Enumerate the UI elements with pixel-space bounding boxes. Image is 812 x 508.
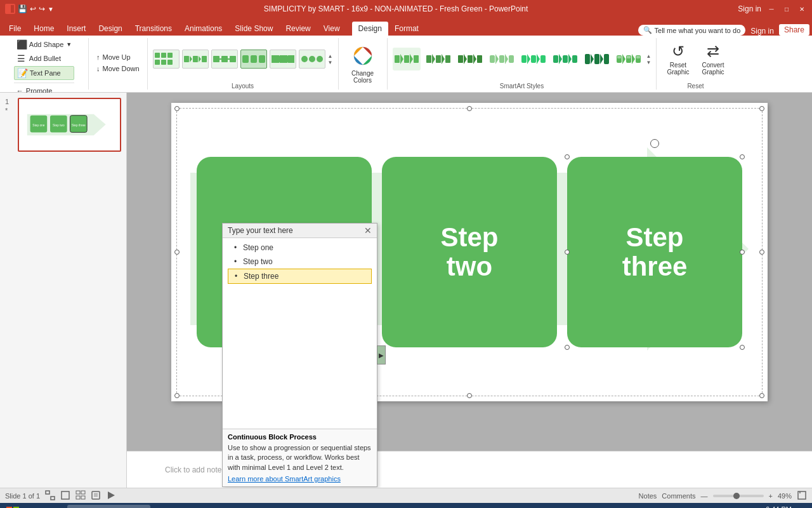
info-link[interactable]: Learn more about SmartArt graphics <box>228 475 372 483</box>
step3-handle-br[interactable] <box>740 345 745 350</box>
layout-5[interactable] <box>270 50 296 69</box>
tab-home[interactable]: Home <box>27 22 60 36</box>
svg-text:Step one: Step one <box>32 124 44 127</box>
change-colors-btn[interactable]: Change Colors <box>344 42 382 86</box>
reading-view-btn[interactable] <box>91 490 101 502</box>
step3-handle-tr[interactable] <box>740 154 745 159</box>
presentation-btn[interactable] <box>106 490 116 502</box>
handle-tm[interactable] <box>467 106 472 111</box>
plus-zoom[interactable]: + <box>769 492 773 500</box>
svg-rect-58 <box>585 54 590 64</box>
slide-thumbnail[interactable]: Step one Step two Step three <box>18 98 121 152</box>
zoom-handle[interactable] <box>733 493 740 499</box>
step3-handle-bl[interactable] <box>565 345 570 350</box>
text-item-1[interactable]: Step one <box>228 241 372 255</box>
styles-grid: ▲ ▼ <box>393 48 652 70</box>
notification-area[interactable] <box>798 504 809 508</box>
handle-bm[interactable] <box>467 393 472 398</box>
tab-design[interactable]: Design <box>92 22 128 36</box>
step3-handle-tl[interactable] <box>565 154 570 159</box>
start-btn[interactable] <box>3 504 23 508</box>
tab-insert[interactable]: Insert <box>60 22 92 36</box>
share-btn[interactable]: Share <box>779 24 809 36</box>
smartart-styles-label: SmartArt Styles <box>500 80 544 90</box>
taskbar-powerpoint[interactable]: P SIMPLICITY by S... <box>67 505 150 508</box>
reset-graphic-btn[interactable]: ↺ ResetGraphic <box>662 40 694 78</box>
style-4[interactable] <box>488 48 516 70</box>
svg-marker-39 <box>464 54 467 64</box>
handle-ml[interactable] <box>174 250 180 255</box>
svg-point-26 <box>317 56 323 62</box>
fit-window-btn[interactable] <box>797 490 807 502</box>
svg-marker-29 <box>400 54 403 64</box>
step3-handle-mr[interactable] <box>740 250 745 255</box>
view-normal-btn[interactable] <box>60 490 70 502</box>
tab-view[interactable]: View <box>317 22 346 36</box>
text-item-3[interactable]: Step three <box>228 269 372 284</box>
save-icon[interactable]: 💾 <box>18 4 27 13</box>
style-2[interactable] <box>424 48 452 70</box>
tab-smartart-format[interactable]: Format <box>388 22 425 36</box>
close-btn[interactable]: ✕ <box>797 4 807 14</box>
text-pane-collapse-btn[interactable]: ▶ <box>377 345 386 364</box>
layout-4[interactable] <box>240 50 267 69</box>
text-item-2[interactable]: Step two <box>228 255 372 269</box>
style-6[interactable] <box>551 48 579 70</box>
text-pane-close-btn[interactable]: ✕ <box>364 226 372 235</box>
notes-btn[interactable]: Notes <box>639 492 657 500</box>
add-shape-btn[interactable]: ⬛ Add Shape ▼ <box>14 38 74 51</box>
tab-animations[interactable]: Animations <box>178 22 228 36</box>
tab-file[interactable]: File <box>3 22 27 36</box>
rotate-handle[interactable] <box>650 139 659 148</box>
layout-2[interactable] <box>182 50 209 69</box>
fit-slide-btn[interactable] <box>45 490 55 502</box>
undo-icon[interactable]: ↩ <box>30 4 36 13</box>
tab-transitions[interactable]: Transitions <box>129 22 178 36</box>
taskbar-chrome[interactable] <box>24 505 44 508</box>
layout-3[interactable] <box>211 50 238 69</box>
redo-icon[interactable]: ↪ <box>39 4 45 13</box>
layout-6[interactable] <box>299 50 325 69</box>
handle-tl[interactable] <box>174 106 180 111</box>
tell-me-input[interactable]: 🔍 Tell me what you want to do <box>638 25 746 36</box>
sign-in-btn-ribbon[interactable]: Sign in <box>750 27 774 36</box>
style-8[interactable] <box>615 48 643 70</box>
tab-smartart-design[interactable]: Design <box>352 22 388 36</box>
handle-br[interactable] <box>759 393 764 398</box>
style-1[interactable] <box>393 48 421 70</box>
minus-zoom[interactable]: — <box>701 492 708 500</box>
style-3[interactable] <box>456 48 484 70</box>
taskbar-excel[interactable]: X <box>46 505 66 508</box>
styles-scroll[interactable]: ▲ ▼ <box>646 53 652 65</box>
move-down-icon: ↓ <box>96 65 100 72</box>
move-up-btn[interactable]: ↑ Move Up <box>94 52 142 62</box>
step-three-box[interactable]: Stepthree <box>567 157 742 347</box>
comments-btn[interactable]: Comments <box>662 492 695 500</box>
maximize-btn[interactable]: □ <box>782 4 792 14</box>
quick-access-icon[interactable]: ▼ <box>48 6 54 13</box>
layout-1[interactable] <box>153 50 180 69</box>
convert-graphic-btn[interactable]: ⇄ ConvertGraphic <box>697 40 729 78</box>
tab-review[interactable]: Review <box>279 22 317 36</box>
tab-slide-show[interactable]: Slide Show <box>228 22 279 36</box>
minimize-btn[interactable]: ─ <box>766 4 776 14</box>
svg-rect-48 <box>521 55 527 63</box>
handle-bl[interactable] <box>174 393 180 398</box>
svg-rect-33 <box>426 55 431 63</box>
add-bullet-btn[interactable]: ☰ Add Bullet <box>14 52 74 65</box>
zoom-slider[interactable] <box>713 495 764 497</box>
handle-tr[interactable] <box>759 106 764 111</box>
svg-text:Step two: Step two <box>53 124 65 127</box>
text-pane-btn[interactable]: 📝 Text Pane <box>14 66 74 80</box>
move-content: ↑ Move Up ↓ Move Down <box>94 38 142 87</box>
step-two-box[interactable]: Steptwo <box>382 157 557 347</box>
zoom-level[interactable]: 49% <box>778 492 792 500</box>
handle-mr[interactable] <box>759 250 764 255</box>
style-5[interactable] <box>520 48 547 70</box>
move-down-btn[interactable]: ↓ Move Down <box>94 64 142 74</box>
style-7[interactable] <box>583 48 611 70</box>
view-slide-sorter-btn[interactable] <box>75 490 86 502</box>
step3-handle-ml[interactable] <box>565 250 570 255</box>
layouts-scroll[interactable]: ▲ ▼ <box>328 53 333 65</box>
sign-in-btn[interactable]: Sign in <box>738 4 761 13</box>
